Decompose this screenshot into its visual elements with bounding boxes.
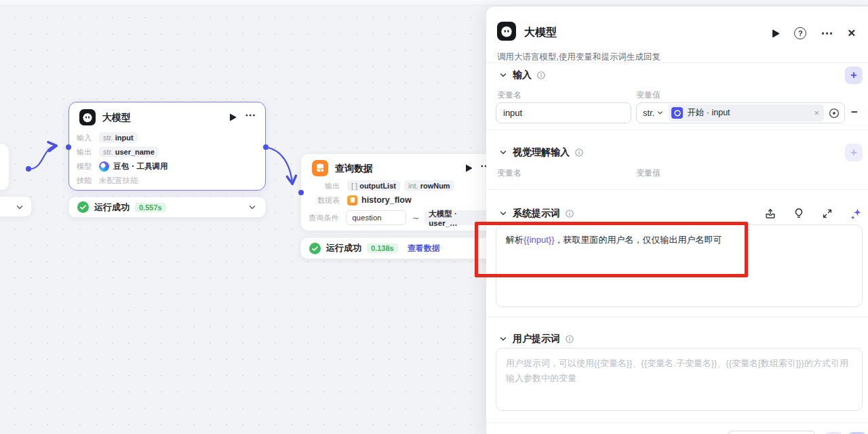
- query-cond-field[interactable]: question: [346, 210, 406, 225]
- divider: [486, 317, 868, 317]
- llm-output-chip: str.user_name: [99, 146, 159, 157]
- type-select[interactable]: str.: [637, 108, 669, 118]
- chevron-down-icon[interactable]: [498, 71, 508, 80]
- info-icon[interactable]: [565, 209, 574, 218]
- query-run-status-bar[interactable]: 运行成功 0.138s 查看数据: [300, 237, 494, 259]
- llm-config-panel: 大模型 ? ⋯ ✕ 调用大语言模型,使用变量和提示词生成回复 输入 + 变量名 …: [486, 7, 868, 434]
- chevron-down-icon[interactable]: [498, 148, 508, 157]
- llm-node-icon: [79, 109, 96, 125]
- var-name-col: 变量名: [497, 90, 521, 101]
- query-data-icon: [312, 160, 328, 176]
- start-node-icon: [671, 107, 683, 119]
- divider: [486, 62, 868, 63]
- llm-input-chip: str.input: [99, 132, 138, 143]
- add-input-button[interactable]: +: [845, 66, 863, 84]
- llm-output-label: 输出: [77, 147, 93, 157]
- add-vision-input-button[interactable]: +: [845, 144, 863, 161]
- user-prompt-title: 用户提示词: [513, 333, 560, 345]
- divider: [486, 189, 868, 190]
- vision-section-header: 视觉理解输入 +: [498, 144, 863, 161]
- remove-row-button[interactable]: −: [851, 106, 858, 119]
- coze-mascot-icon: [497, 22, 516, 41]
- run-node-button[interactable]: [465, 164, 473, 172]
- edge-start-to-llm: [31, 146, 56, 169]
- llm-input-label: 输入: [77, 133, 93, 143]
- target-settings-icon[interactable]: [828, 107, 840, 119]
- system-prompt-title: 系统提示词: [513, 208, 560, 220]
- chevron-down-icon: [656, 109, 664, 117]
- query-table-label: 数据表: [307, 195, 340, 205]
- query-cond-label: 查询条件: [307, 213, 338, 223]
- edge-port-dot[interactable]: [26, 166, 31, 172]
- divider: [486, 130, 868, 130]
- query-output-label: 输出: [307, 181, 340, 191]
- llm-node[interactable]: 大模型 ⋯ 输入 str.input 输出 str.user_name 模型 豆…: [68, 102, 266, 191]
- var-name-col: 变量名: [497, 167, 521, 179]
- success-check-icon: [77, 201, 89, 213]
- doubao-model-icon: [99, 161, 109, 172]
- chevron-down-icon[interactable]: [498, 209, 508, 218]
- info-icon[interactable]: [574, 148, 584, 157]
- close-panel-icon[interactable]: ✕: [847, 27, 856, 39]
- run-node-button[interactable]: [229, 113, 237, 121]
- database-search-icon: [314, 162, 326, 174]
- vision-section-title: 视觉理解输入: [513, 146, 570, 159]
- llm-node-title: 大模型: [102, 112, 131, 124]
- llm-status-duration: 0.557s: [135, 203, 166, 212]
- run-button[interactable]: [772, 29, 780, 38]
- chevron-down-icon[interactable]: [498, 334, 508, 344]
- divider: [486, 422, 868, 423]
- llm-run-status-bar[interactable]: 运行成功 0.557s: [68, 197, 266, 218]
- panel-subtitle: 调用大语言模型,使用变量和提示词生成回复: [497, 52, 660, 63]
- query-table-value: history_flow: [361, 195, 412, 205]
- llm-skill-value: 未配置技能: [99, 176, 138, 186]
- success-check-icon: [309, 243, 321, 254]
- query-data-node[interactable]: 查询数据 ⋯ 输出 [ ]outputList int.rowNum 数据表 h…: [300, 153, 494, 231]
- info-icon[interactable]: [565, 334, 574, 344]
- system-prompt-header: 系统提示词: [498, 205, 863, 222]
- table-icon: [347, 195, 357, 205]
- panel-more-icon[interactable]: ⋯: [821, 30, 833, 37]
- bottom-bar-field-partial[interactable]: [728, 431, 816, 434]
- query-status-text: 运行成功: [326, 242, 361, 254]
- annotation-highlight-rectangle: [475, 222, 748, 277]
- var-value-col: 变量值: [636, 167, 660, 179]
- start-node-partial[interactable]: [0, 143, 9, 191]
- coze-mascot-icon: [79, 109, 96, 125]
- like-operator: ∼: [412, 213, 419, 223]
- ai-sparkle-icon[interactable]: [850, 208, 863, 220]
- chevron-down-icon[interactable]: [248, 203, 257, 212]
- var-name-input[interactable]: [496, 102, 631, 123]
- canvas-top-strip: [0, 0, 868, 5]
- help-icon[interactable]: ?: [794, 27, 806, 39]
- query-node-title: 查询数据: [335, 163, 373, 175]
- query-output-chip1: [ ]outputList: [347, 180, 400, 191]
- panel-node-icon: [497, 22, 516, 41]
- remove-ref-icon[interactable]: ×: [814, 108, 819, 118]
- query-output-chip2: int.rowNum: [404, 180, 454, 191]
- llm-node-header: 大模型 ⋯: [69, 102, 265, 131]
- variable-ref-tag[interactable]: 开始 · input ×: [669, 104, 824, 121]
- edge-llm-to-query: [266, 147, 292, 183]
- var-value-group: str. 开始 · input ×: [636, 102, 845, 123]
- panel-title: 大模型: [524, 26, 557, 40]
- prompt-library-icon[interactable]: [764, 208, 776, 220]
- chevron-down-icon: [15, 203, 24, 212]
- llm-model-value: 豆包・工具调用: [113, 161, 168, 172]
- user-prompt-editor[interactable]: [496, 348, 863, 411]
- query-node-header: 查询数据 ⋯: [301, 154, 494, 182]
- lightbulb-icon[interactable]: [793, 208, 805, 220]
- node-more-icon[interactable]: ⋯: [245, 108, 256, 121]
- input-section-title: 输入: [513, 69, 532, 81]
- var-value-col: 变量值: [636, 90, 660, 101]
- llm-status-text: 运行成功: [94, 201, 130, 214]
- start-node-status-partial[interactable]: [0, 196, 32, 217]
- user-prompt-header: 用户提示词: [498, 330, 863, 348]
- ref-tag-label: 开始 · input: [687, 107, 730, 119]
- query-status-duration: 0.138s: [367, 243, 398, 253]
- view-data-link[interactable]: 查看数据: [408, 243, 440, 254]
- input-section-header: 输入 +: [498, 66, 863, 84]
- expand-icon[interactable]: [821, 208, 833, 220]
- llm-skill-label: 技能: [77, 176, 93, 186]
- info-icon[interactable]: [536, 71, 546, 80]
